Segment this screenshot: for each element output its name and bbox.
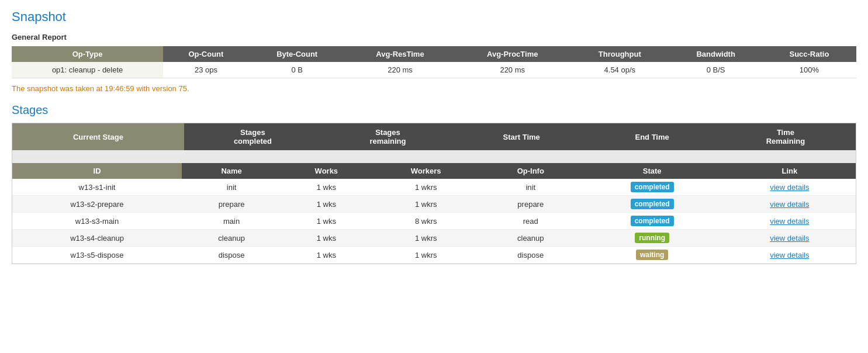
- cell-state: waiting: [581, 247, 724, 264]
- cell-works: 1 wks: [281, 213, 371, 230]
- cell-workers: 1 wkrs: [372, 179, 480, 196]
- page-title: Snapshot: [12, 9, 856, 25]
- cell-id: w13-s3-main: [12, 213, 182, 230]
- sub-col-state: State: [581, 163, 724, 179]
- col-header-avg-restime: Avg-ResTime: [345, 46, 455, 62]
- cell-link[interactable]: view details: [724, 247, 856, 264]
- stages-title: Stages: [12, 103, 856, 117]
- cell-id: w13-s2-prepare: [12, 196, 182, 213]
- general-report-label: General Report: [12, 33, 856, 41]
- stages-col-completed: Stagescompleted: [184, 123, 321, 151]
- cell-op-info: cleanup: [480, 230, 581, 247]
- view-details-link[interactable]: view details: [770, 234, 809, 243]
- list-item: w13-s2-prepareprepare1 wks1 wkrspreparec…: [12, 196, 856, 213]
- sub-col-workers: Workers: [372, 163, 480, 179]
- cell-name: cleanup: [182, 230, 281, 247]
- table-cell: 220 ms: [455, 62, 570, 78]
- snapshot-message: The snapshot was taken at 19:46:59 with …: [12, 84, 856, 93]
- state-badge: completed: [631, 216, 674, 226]
- state-badge: completed: [631, 182, 674, 192]
- table-cell: op1: cleanup - delete: [12, 62, 163, 78]
- list-item: w13-s4-cleanupcleanup1 wks1 wkrscleanupr…: [12, 230, 856, 247]
- cell-name: dispose: [182, 247, 281, 264]
- cell-state: completed: [581, 213, 724, 230]
- sub-table-header-row: ID Name Works Workers Op-Info State Link: [12, 163, 856, 179]
- view-details-link[interactable]: view details: [770, 251, 809, 259]
- table-cell: 23 ops: [163, 62, 248, 78]
- cell-op-info: init: [480, 179, 581, 196]
- view-details-link[interactable]: view details: [770, 200, 809, 209]
- cell-link[interactable]: view details: [724, 213, 856, 230]
- col-header-op-type: Op-Type: [12, 46, 163, 62]
- state-badge: running: [635, 233, 669, 243]
- cell-link[interactable]: view details: [724, 230, 856, 247]
- sub-table: ID Name Works Workers Op-Info State Link…: [12, 163, 856, 264]
- table-cell: 0 B: [249, 62, 345, 78]
- report-table: Op-Type Op-Count Byte-Count Avg-ResTime …: [12, 46, 856, 78]
- cell-state: completed: [581, 179, 724, 196]
- view-details-link[interactable]: view details: [770, 217, 809, 226]
- stages-col-current-stage: Current Stage: [12, 123, 184, 151]
- cell-workers: 1 wkrs: [372, 230, 480, 247]
- cell-workers: 8 wkrs: [372, 213, 480, 230]
- cell-name: prepare: [182, 196, 281, 213]
- cell-works: 1 wks: [281, 230, 371, 247]
- list-item: w13-s5-disposedispose1 wks1 wkrsdisposew…: [12, 247, 856, 264]
- cell-id: w13-s4-cleanup: [12, 230, 182, 247]
- cell-link[interactable]: view details: [724, 196, 856, 213]
- list-item: w13-s1-initinit1 wks1 wkrsinitcompletedv…: [12, 179, 856, 196]
- stages-col-time-remaining: TimeRemaining: [715, 123, 856, 151]
- sub-col-works: Works: [281, 163, 371, 179]
- col-header-succ-ratio: Succ-Ratio: [762, 46, 856, 62]
- table-cell: 4.54 op/s: [570, 62, 669, 78]
- stages-outer-table: Current Stage Stagescompleted Stagesrema…: [12, 123, 856, 264]
- cell-op-info: prepare: [480, 196, 581, 213]
- stages-col-end-time: End Time: [589, 123, 715, 151]
- table-cell: 220 ms: [345, 62, 455, 78]
- sub-col-op-info: Op-Info: [480, 163, 581, 179]
- cell-id: w13-s5-dispose: [12, 247, 182, 264]
- state-badge: completed: [631, 199, 674, 209]
- stages-col-start-time: Start Time: [454, 123, 589, 151]
- stages-col-remaining: Stagesremaining: [321, 123, 454, 151]
- view-details-link[interactable]: view details: [770, 183, 809, 192]
- state-badge: waiting: [636, 250, 668, 260]
- stages-sub-table-row: ID Name Works Workers Op-Info State Link…: [12, 163, 856, 264]
- cell-op-info: read: [480, 213, 581, 230]
- cell-state: completed: [581, 196, 724, 213]
- cell-link[interactable]: view details: [724, 179, 856, 196]
- sub-col-name: Name: [182, 163, 281, 179]
- col-header-bandwidth: Bandwidth: [669, 46, 762, 62]
- col-header-throughput: Throughput: [570, 46, 669, 62]
- table-cell: 0 B/S: [669, 62, 762, 78]
- col-header-op-count: Op-Count: [163, 46, 248, 62]
- cell-works: 1 wks: [281, 196, 371, 213]
- cell-id: w13-s1-init: [12, 179, 182, 196]
- col-header-byte-count: Byte-Count: [249, 46, 345, 62]
- cell-op-info: dispose: [480, 247, 581, 264]
- cell-name: main: [182, 213, 281, 230]
- col-header-avg-proctime: Avg-ProcTime: [455, 46, 570, 62]
- cell-state: running: [581, 230, 724, 247]
- table-row: op1: cleanup - delete23 ops0 B220 ms220 …: [12, 62, 856, 78]
- sub-col-link: Link: [724, 163, 856, 179]
- sub-col-id: ID: [12, 163, 182, 179]
- stages-header-row: Current Stage Stagescompleted Stagesrema…: [12, 123, 856, 151]
- cell-workers: 1 wkrs: [372, 196, 480, 213]
- cell-workers: 1 wkrs: [372, 247, 480, 264]
- report-table-header-row: Op-Type Op-Count Byte-Count Avg-ResTime …: [12, 46, 856, 62]
- table-cell: 100%: [762, 62, 856, 78]
- cell-works: 1 wks: [281, 247, 371, 264]
- stages-empty-row: [12, 150, 856, 163]
- list-item: w13-s3-mainmain1 wks8 wkrsreadcompletedv…: [12, 213, 856, 230]
- cell-works: 1 wks: [281, 179, 371, 196]
- cell-name: init: [182, 179, 281, 196]
